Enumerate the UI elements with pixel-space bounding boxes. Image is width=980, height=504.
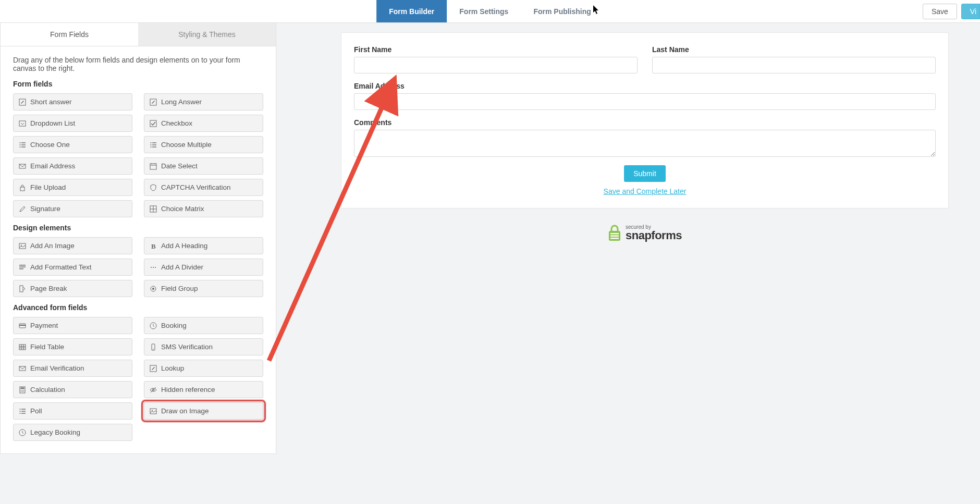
phone-icon xyxy=(150,343,157,351)
svg-point-52 xyxy=(22,389,23,390)
field-file-upload[interactable]: File Upload xyxy=(13,179,132,196)
field-item-label: Field Group xyxy=(161,285,198,292)
svg-point-31 xyxy=(151,267,152,268)
form-col-last-name: Last Name xyxy=(652,45,936,73)
svg-rect-30 xyxy=(19,268,23,269)
tab-styling-themes[interactable]: Styling & Themes xyxy=(138,23,276,46)
field-choice-matrix[interactable]: Choice Matrix xyxy=(144,200,263,217)
svg-rect-2 xyxy=(19,121,26,126)
field-item-label: Signature xyxy=(30,205,60,213)
tab-form-fields[interactable]: Form Fields xyxy=(1,23,138,46)
svg-rect-40 xyxy=(19,345,26,350)
first-name-field[interactable] xyxy=(354,57,638,73)
form-canvas[interactable]: First Name Last Name Email Address Comme… xyxy=(341,32,949,208)
section-advanced-title: Advanced form fields xyxy=(13,303,263,312)
field-dropdown-list[interactable]: Dropdown List xyxy=(13,115,132,132)
tab-form-builder[interactable]: Form Builder xyxy=(376,0,447,22)
view-button[interactable]: Vi xyxy=(961,4,980,19)
svg-point-10 xyxy=(151,142,152,143)
design-add-an-image[interactable]: Add An Image xyxy=(13,237,132,254)
comments-field[interactable] xyxy=(354,130,936,157)
tab-label: Form Settings xyxy=(459,7,508,16)
calc-icon xyxy=(19,386,26,394)
field-choose-one[interactable]: Choose One xyxy=(13,136,132,153)
advanced-poll[interactable]: Poll xyxy=(13,402,132,420)
text-icon xyxy=(19,264,26,271)
field-checkbox[interactable]: Checkbox xyxy=(144,115,263,132)
svg-point-46 xyxy=(153,349,154,350)
field-long-answer[interactable]: Long Answer xyxy=(144,93,263,110)
field-item-label: Choose One xyxy=(30,141,70,149)
edit-icon xyxy=(150,365,157,372)
field-short-answer[interactable]: Short answer xyxy=(13,93,132,110)
svg-rect-15 xyxy=(152,146,156,147)
advanced-field-table[interactable]: Field Table xyxy=(13,338,132,355)
field-item-label: Poll xyxy=(30,407,42,415)
card-icon xyxy=(19,322,26,329)
advanced-email-verification[interactable]: Email Verification xyxy=(13,360,132,377)
svg-rect-9 xyxy=(21,146,26,147)
field-signature[interactable]: Signature xyxy=(13,200,132,217)
design-add-a-heading[interactable]: BAdd A Heading xyxy=(144,237,263,254)
field-item-label: Choice Matrix xyxy=(161,205,204,213)
form-col-first-name: First Name xyxy=(354,45,638,73)
image-icon xyxy=(150,408,157,415)
design-field-group[interactable]: Field Group xyxy=(144,280,263,297)
advanced-lookup[interactable]: Lookup xyxy=(144,360,263,377)
tab-form-publishing[interactable]: Form Publishing xyxy=(521,0,603,22)
advanced-booking[interactable]: Booking xyxy=(144,317,263,334)
pagebreak-icon xyxy=(19,285,26,292)
design-page-break[interactable]: Page Break xyxy=(13,280,132,297)
divider-icon xyxy=(150,264,157,271)
field-date-select[interactable]: Date Select xyxy=(144,157,263,175)
last-name-field[interactable] xyxy=(652,57,936,73)
topnav-tabs: Form Builder Form Settings Form Publishi… xyxy=(376,0,604,22)
brand-text: snapforms xyxy=(626,230,682,241)
svg-rect-7 xyxy=(21,144,26,145)
form-row-email: Email Address xyxy=(354,82,936,110)
svg-rect-50 xyxy=(21,387,24,389)
advanced-legacy-booking[interactable]: Legacy Booking xyxy=(13,424,132,441)
mail-icon xyxy=(19,365,26,372)
advanced-calculation[interactable]: Calculation xyxy=(13,381,132,398)
field-item-label: Legacy Booking xyxy=(30,428,80,436)
tab-label: Form Fields xyxy=(50,30,89,39)
design-add-formatted-text[interactable]: Add Formatted Text xyxy=(13,259,132,276)
form-col-email: Email Address xyxy=(354,82,936,110)
svg-rect-5 xyxy=(21,142,26,143)
field-item-label: Field Table xyxy=(30,343,64,351)
submit-button[interactable]: Submit xyxy=(624,165,666,182)
field-choose-multiple[interactable]: Choose Multiple xyxy=(144,136,263,153)
first-name-label: First Name xyxy=(354,45,638,54)
advanced-hidden-reference[interactable]: Hidden reference xyxy=(144,381,263,398)
email-field[interactable] xyxy=(354,93,936,110)
svg-point-32 xyxy=(153,267,154,268)
list-icon xyxy=(19,141,26,149)
svg-point-8 xyxy=(20,146,21,147)
field-item-label: Draw on Image xyxy=(161,407,209,415)
advanced-sms-verification[interactable]: SMS Verification xyxy=(144,338,263,355)
advanced-payment[interactable]: Payment xyxy=(13,317,132,334)
form-actions: Submit Save and Complete Later xyxy=(354,165,936,195)
save-button[interactable]: Save xyxy=(923,4,957,19)
design-elements-grid: Add An ImageBAdd A HeadingAdd Formatted … xyxy=(13,237,263,297)
design-add-a-divider[interactable]: Add A Divider xyxy=(144,259,263,276)
left-panel: Form Fields Styling & Themes Drag any of… xyxy=(0,23,276,454)
svg-rect-17 xyxy=(150,164,156,169)
advanced-draw-on-image[interactable]: Draw on Image xyxy=(144,402,263,420)
save-complete-later-link[interactable]: Save and Complete Later xyxy=(354,187,936,195)
svg-point-56 xyxy=(23,391,24,392)
field-item-label: SMS Verification xyxy=(161,343,213,351)
field-captcha-verification[interactable]: CAPTCHA Verification xyxy=(144,179,263,196)
tab-form-settings[interactable]: Form Settings xyxy=(447,0,521,22)
field-item-label: Booking xyxy=(161,322,187,329)
list-icon xyxy=(150,141,157,149)
svg-rect-21 xyxy=(20,187,24,191)
field-item-label: Hidden reference xyxy=(161,386,215,394)
svg-point-55 xyxy=(22,391,23,392)
advanced-fields-grid: PaymentBookingField TableSMS Verificatio… xyxy=(13,317,263,441)
field-email-address[interactable]: Email Address xyxy=(13,157,132,175)
field-item-label: Checkbox xyxy=(161,119,192,127)
svg-point-14 xyxy=(151,146,152,147)
edit-icon xyxy=(19,99,26,106)
